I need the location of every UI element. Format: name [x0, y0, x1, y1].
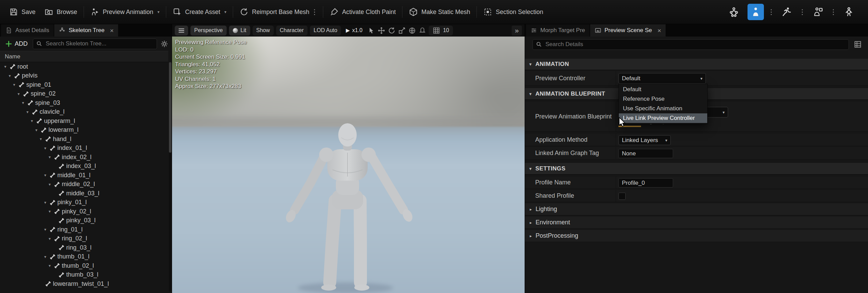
- tree-row[interactable]: ▾middle_02_l: [0, 180, 168, 189]
- select-tool-icon[interactable]: [367, 27, 375, 34]
- chevron-down-icon[interactable]: ▾: [47, 155, 52, 159]
- tree-row[interactable]: ▾clavicle_l: [0, 108, 168, 117]
- tree-row[interactable]: ▾pinky_01_l: [0, 198, 168, 207]
- dropdown-item[interactable]: Use Specific Animation: [619, 104, 707, 113]
- tree-row[interactable]: ▾spine_03: [0, 98, 168, 108]
- mesh-mode-button[interactable]: [748, 4, 764, 20]
- lit-dropdown[interactable]: Lit: [229, 26, 250, 36]
- chevron-down-icon[interactable]: ▾: [43, 200, 48, 205]
- tree-row[interactable]: ▾ring_01_l: [0, 225, 168, 234]
- tree-row[interactable]: ▾thumb_01_l: [0, 252, 168, 262]
- tree-row[interactable]: ▾spine_01: [0, 80, 168, 89]
- perspective-dropdown[interactable]: Perspective: [190, 26, 227, 36]
- close-icon[interactable]: ×: [110, 27, 114, 34]
- surface-snap-icon[interactable]: [418, 27, 426, 34]
- browse-button[interactable]: Browse: [40, 3, 82, 21]
- reimport-button[interactable]: Reimport Base Mesh: [235, 3, 321, 21]
- chevron-down-icon[interactable]: ▾: [16, 92, 21, 96]
- tree-row[interactable]: ▾lowerarm_l: [0, 126, 168, 135]
- animation-section-header[interactable]: ▾ ANIMATION: [525, 59, 868, 70]
- chevron-down-icon[interactable]: ▾: [43, 227, 48, 232]
- environment-section-header[interactable]: ▸ Environment: [525, 217, 868, 229]
- add-button[interactable]: ADD: [3, 40, 29, 47]
- chevron-down-icon[interactable]: ▾: [43, 146, 48, 151]
- chevron-down-icon[interactable]: ▾: [12, 82, 17, 87]
- chevron-down-icon[interactable]: ▾: [20, 100, 26, 105]
- chevron-down-icon[interactable]: ▾: [3, 64, 8, 69]
- more-options-icon[interactable]: [313, 9, 316, 15]
- tree-row[interactable]: index_03_l: [0, 162, 168, 171]
- more-options-icon[interactable]: [769, 9, 773, 15]
- physics-mode-button[interactable]: [841, 4, 857, 20]
- left-panel-scrollbar[interactable]: [169, 62, 171, 292]
- chevron-down-icon[interactable]: ▾: [29, 118, 34, 123]
- tree-row[interactable]: ▾index_01_l: [0, 144, 168, 153]
- scrollbar-thumb[interactable]: [169, 62, 171, 153]
- chevron-down-icon[interactable]: ▾: [43, 254, 48, 259]
- tree-row[interactable]: ▾hand_l: [0, 135, 168, 144]
- play-button[interactable]: ▶: [346, 27, 350, 33]
- tree-row[interactable]: ▾thumb_02_l: [0, 261, 168, 270]
- move-tool-icon[interactable]: [378, 27, 385, 34]
- details-search-input[interactable]: [545, 41, 845, 48]
- chevron-down-icon[interactable]: ▾: [38, 137, 43, 141]
- world-coordinate-icon[interactable]: [408, 27, 416, 34]
- tree-row[interactable]: ▾spine_02: [0, 89, 168, 99]
- details-search[interactable]: [532, 39, 849, 50]
- chevron-down-icon[interactable]: ▾: [25, 110, 30, 114]
- tree-column-header[interactable]: Name: [0, 51, 168, 62]
- tree-row[interactable]: middle_03_l: [0, 189, 168, 198]
- lod-dropdown[interactable]: LOD Auto: [310, 26, 341, 36]
- application-method-dropdown[interactable]: Linked Layers ▾: [618, 135, 671, 145]
- more-options-icon[interactable]: [831, 9, 835, 15]
- skeleton-tree-search[interactable]: [33, 39, 157, 49]
- character-dropdown[interactable]: Character: [276, 26, 308, 36]
- blueprint-mode-button[interactable]: [810, 4, 826, 20]
- tree-row[interactable]: pinky_03_l: [0, 216, 168, 225]
- chevron-down-icon[interactable]: ▾: [47, 182, 52, 187]
- show-dropdown[interactable]: Show: [253, 26, 274, 36]
- grid-snap-button[interactable]: 10: [429, 26, 453, 36]
- postprocessing-section-header[interactable]: ▸ PostProcessing: [525, 230, 868, 242]
- preview-animation-button[interactable]: Preview Animation▾: [86, 3, 164, 21]
- skeleton-mode-button[interactable]: [726, 4, 742, 20]
- details-view-options-icon[interactable]: [854, 40, 862, 48]
- lighting-section-header[interactable]: ▸ Lighting: [525, 203, 868, 215]
- create-asset-button[interactable]: Create Asset▾: [168, 3, 231, 21]
- tab-skeleton-tree[interactable]: Skeleton Tree×: [54, 24, 118, 37]
- animation-mode-button[interactable]: [779, 4, 795, 20]
- chevron-down-icon[interactable]: ▾: [47, 209, 52, 214]
- tree-row[interactable]: thumb_03_l: [0, 270, 168, 280]
- profile-name-field[interactable]: Profile_0: [618, 178, 673, 187]
- chevron-down-icon[interactable]: ▾: [43, 173, 48, 178]
- more-options-icon[interactable]: [800, 9, 804, 15]
- dropdown-item[interactable]: Live Link Preview Controller: [619, 113, 707, 123]
- shared-profile-checkbox[interactable]: [618, 193, 626, 200]
- tab-asset-details[interactable]: Asset Details: [1, 24, 54, 37]
- tree-row[interactable]: ▾pelvis: [0, 71, 168, 81]
- chevron-down-icon[interactable]: ▾: [7, 73, 12, 78]
- tree-row[interactable]: ring_03_l: [0, 243, 168, 252]
- dropdown-item[interactable]: Default: [619, 85, 707, 94]
- static-mesh-button[interactable]: Make Static Mesh: [404, 3, 474, 21]
- toolbar-overflow-button[interactable]: »: [512, 26, 522, 36]
- chevron-down-icon[interactable]: ▾: [34, 128, 39, 132]
- scale-tool-icon[interactable]: [398, 27, 406, 34]
- section-selection-button[interactable]: Section Selection: [479, 3, 547, 21]
- gear-icon[interactable]: [160, 40, 168, 48]
- dropdown-item[interactable]: Reference Pose: [619, 94, 707, 104]
- tree-row[interactable]: ▾root: [0, 62, 168, 71]
- chevron-down-icon[interactable]: ▾: [47, 236, 52, 241]
- tab-morph-target-pre[interactable]: Morph Target Pre: [526, 24, 589, 37]
- tree-row[interactable]: lowerarm_twist_01_l: [0, 279, 168, 289]
- linked-anim-graph-tag-field[interactable]: None: [618, 149, 673, 158]
- tree-row[interactable]: ▾index_02_l: [0, 153, 168, 162]
- rotate-tool-icon[interactable]: [388, 27, 396, 34]
- playback-speed[interactable]: x1.0: [352, 27, 362, 33]
- tree-row[interactable]: ▾middle_01_l: [0, 171, 168, 180]
- tree-row[interactable]: ▾pinky_02_l: [0, 207, 168, 216]
- viewport-menu-button[interactable]: [175, 26, 188, 36]
- skeleton-tree-search-input[interactable]: [45, 40, 154, 47]
- tab-preview-scene-se[interactable]: Preview Scene Se×: [590, 24, 666, 37]
- close-icon[interactable]: ×: [657, 27, 661, 34]
